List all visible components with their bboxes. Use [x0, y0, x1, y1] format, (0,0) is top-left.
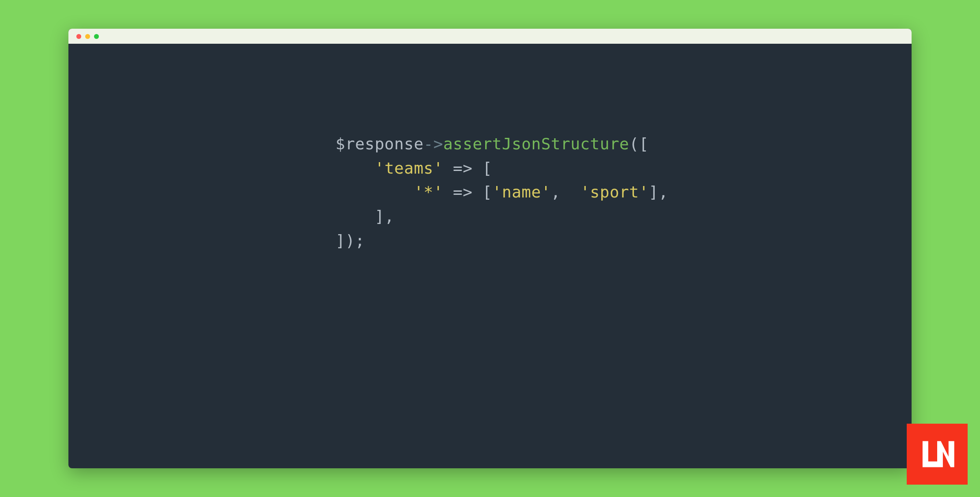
variable-token: $response: [335, 135, 424, 153]
arrow-token: ->: [424, 135, 443, 153]
code-editor-window: $response->assertJsonStructure([ 'teams'…: [68, 29, 912, 468]
method-token: assertJsonStructure: [443, 135, 629, 153]
bracket-token: [: [482, 159, 492, 177]
code-line-4: ],: [335, 205, 912, 229]
comma-token: ,: [551, 183, 580, 201]
bracket-close-token: ],: [649, 183, 668, 201]
minimize-icon[interactable]: [85, 34, 90, 39]
code-line-5: ]);: [335, 229, 912, 253]
maximize-icon[interactable]: [94, 34, 99, 39]
paren-open-token: ([: [629, 135, 648, 153]
code-line-2: 'teams' => [: [335, 156, 912, 181]
string-token: 'sport': [580, 183, 648, 201]
close-paren-token: ]);: [335, 231, 365, 250]
window-titlebar: [68, 29, 912, 44]
ln-logo-icon: [917, 434, 957, 474]
indent-token: [335, 207, 375, 225]
arrow-assign-token: =>: [443, 183, 482, 201]
arrow-assign-token: =>: [443, 159, 482, 177]
brand-logo: [907, 424, 968, 485]
code-line-1: $response->assertJsonStructure([: [335, 132, 912, 156]
code-content: $response->assertJsonStructure([ 'teams'…: [68, 44, 912, 253]
bracket-token: ],: [375, 207, 394, 225]
bracket-open-token: [: [482, 183, 492, 201]
indent-token: [335, 183, 414, 201]
string-token: 'name': [492, 183, 551, 201]
close-icon[interactable]: [76, 34, 81, 39]
string-token: '*': [414, 183, 443, 201]
indent-token: [335, 159, 375, 177]
string-token: 'teams': [375, 159, 443, 177]
code-line-3: '*' => ['name', 'sport'],: [335, 180, 912, 205]
